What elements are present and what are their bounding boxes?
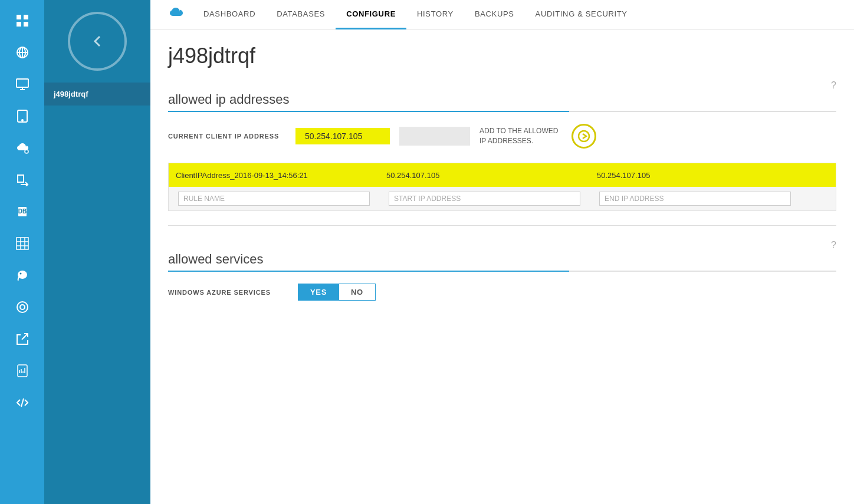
- ip-table: ClientIPAddress_2016-09-13_14:56:21 50.2…: [168, 163, 836, 211]
- rule-name-cell: ClientIPAddress_2016-09-13_14:56:21: [169, 166, 379, 185]
- svg-rect-0: [17, 15, 21, 19]
- svg-line-28: [22, 334, 28, 340]
- monitor-icon[interactable]: [8, 70, 37, 99]
- start-ip-cell: 50.254.107.105: [379, 166, 590, 185]
- services-row: WINDOWS AZURE SERVICES YES NO: [168, 284, 836, 301]
- svg-point-27: [20, 305, 25, 309]
- code-icon[interactable]: [8, 388, 37, 417]
- svg-point-12: [22, 120, 23, 121]
- back-button[interactable]: [68, 12, 127, 71]
- tab-history[interactable]: HISTORY: [406, 0, 464, 29]
- svg-point-14: [26, 151, 27, 152]
- client-ip-value: 50.254.107.105: [295, 128, 390, 144]
- tab-auditing[interactable]: AUDITING & SECURITY: [525, 0, 638, 29]
- cloud-gear-icon[interactable]: [8, 133, 37, 163]
- rule-name-input-cell: [169, 187, 379, 210]
- section-separator: [168, 225, 836, 226]
- tablet-icon[interactable]: [8, 101, 37, 131]
- allowed-ip-help-icon[interactable]: ?: [831, 80, 836, 91]
- row-actions: [800, 170, 836, 180]
- ip-table-row: ClientIPAddress_2016-09-13_14:56:21 50.2…: [169, 163, 836, 187]
- allowed-ip-title: allowed ip addresses: [168, 92, 289, 107]
- svg-rect-19: [17, 238, 28, 249]
- svg-line-34: [21, 398, 24, 407]
- page-title: j498jdtrqf: [150, 29, 854, 74]
- ip-table-input-row: [169, 187, 836, 210]
- database-icon[interactable]: DB: [8, 197, 37, 226]
- svg-rect-1: [24, 15, 28, 19]
- svg-rect-2: [17, 22, 21, 27]
- no-button[interactable]: NO: [339, 284, 376, 301]
- end-ip-cell: 50.254.107.105: [590, 166, 800, 185]
- client-ip-label: CURRENT CLIENT IP ADDRESS: [168, 133, 286, 140]
- export2-icon[interactable]: [8, 324, 37, 354]
- svg-point-26: [17, 302, 28, 312]
- svg-rect-8: [17, 79, 28, 87]
- preview-icon[interactable]: [8, 292, 37, 322]
- grid-icon[interactable]: [8, 6, 37, 35]
- client-ip-row: CURRENT CLIENT IP ADDRESS 50.254.107.105…: [168, 124, 836, 149]
- start-ip-input[interactable]: [389, 192, 580, 206]
- allowed-ip-section-header: allowed ip addresses ?: [168, 80, 836, 111]
- cloud-nav-icon: [168, 7, 183, 22]
- import-icon[interactable]: [8, 165, 37, 195]
- rule-name-input[interactable]: [178, 192, 370, 206]
- tab-dashboard[interactable]: DASHBOARD: [193, 0, 266, 29]
- tab-configure[interactable]: CONFIGURE: [336, 0, 406, 29]
- grid3-icon[interactable]: [8, 229, 37, 258]
- svg-text:DB: DB: [18, 208, 26, 215]
- svg-point-35: [579, 131, 589, 141]
- nav-server-name[interactable]: j498jdtrqf: [44, 83, 150, 106]
- yes-button[interactable]: YES: [298, 284, 339, 301]
- allowed-ip-divider: [168, 111, 836, 112]
- svg-rect-3: [24, 22, 28, 27]
- svg-point-25: [19, 273, 21, 275]
- allowed-services-title: allowed services: [168, 252, 263, 267]
- input-row-actions: [800, 196, 836, 201]
- sidebar: DB: [0, 0, 44, 504]
- svg-rect-15: [18, 175, 24, 182]
- allowed-services-header: allowed services ?: [168, 240, 836, 271]
- allowed-services-help-icon[interactable]: ?: [831, 240, 836, 251]
- client-ip-empty: [399, 127, 470, 146]
- windows-azure-label: WINDOWS AZURE SERVICES: [168, 289, 286, 296]
- top-nav: DASHBOARD DATABASES CONFIGURE HISTORY BA…: [150, 0, 854, 29]
- add-ip-button[interactable]: [571, 124, 596, 149]
- end-ip-input-cell: [590, 187, 800, 210]
- mobile-chart-icon[interactable]: [8, 356, 37, 386]
- yes-no-toggle: YES NO: [298, 284, 376, 301]
- start-ip-input-cell: [379, 187, 590, 210]
- main-content: DASHBOARD DATABASES CONFIGURE HISTORY BA…: [150, 0, 854, 504]
- globe-icon[interactable]: [8, 38, 37, 67]
- allowed-services-divider: [168, 271, 836, 272]
- elephant-icon[interactable]: [8, 261, 37, 290]
- add-ip-text: ADD TO THE ALLOWED IP ADDRESSES.: [479, 126, 562, 146]
- nav-panel: j498jdtrqf: [44, 0, 150, 504]
- end-ip-input[interactable]: [599, 192, 791, 206]
- content-area: allowed ip addresses ? CURRENT CLIENT IP…: [150, 74, 854, 318]
- tab-databases[interactable]: DATABASES: [266, 0, 336, 29]
- tab-backups[interactable]: BACKUPS: [464, 0, 525, 29]
